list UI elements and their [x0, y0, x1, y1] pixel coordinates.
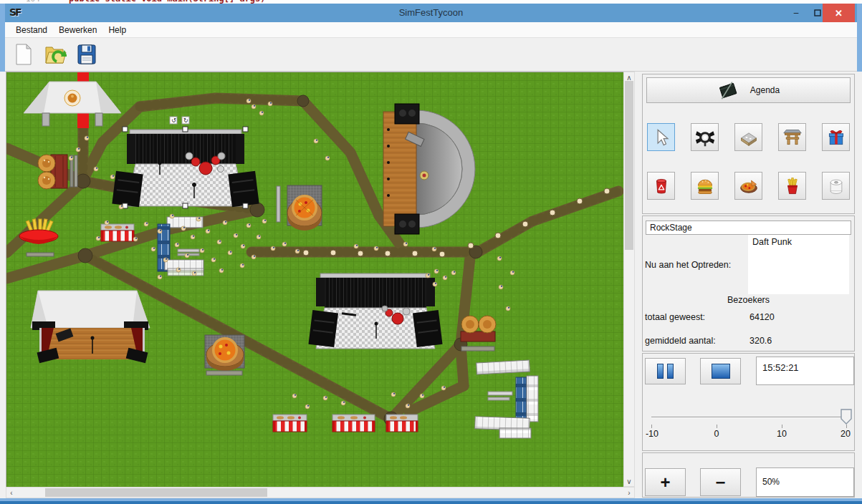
- zoom-out-button[interactable]: −: [700, 468, 741, 496]
- map-horizontal-scrollbar[interactable]: ‹ ›: [6, 487, 635, 498]
- festival-map-canvas[interactable]: ↺ ↻: [6, 72, 623, 487]
- minimize-button[interactable]: –: [785, 4, 807, 22]
- menu-bestand[interactable]: Bestand: [10, 24, 53, 37]
- tool-pizza-button[interactable]: [734, 172, 762, 200]
- svg-text:↺: ↺: [171, 117, 176, 124]
- total-visitors-value: 64120: [750, 312, 775, 322]
- stop-button[interactable]: [700, 358, 741, 384]
- fries-icon: [783, 176, 802, 196]
- svg-text:↻: ↻: [183, 117, 188, 124]
- tent-stage[interactable]: [31, 291, 150, 363]
- total-visitors-label: totaal geweest:: [645, 312, 705, 322]
- window-border-bottom-edge: [0, 501, 862, 504]
- tool-toilet-paper-button[interactable]: [822, 172, 850, 200]
- zoom-controls-group: + − 50%: [642, 452, 855, 498]
- stage-name-input[interactable]: [646, 220, 851, 235]
- stop-icon: [712, 364, 730, 379]
- tools-group: Agenda: [642, 74, 855, 214]
- toolbar: [5, 38, 857, 72]
- slider-tick-10: 10: [777, 429, 787, 439]
- tool-entrance-gate-button[interactable]: [778, 123, 806, 151]
- gift-icon: [826, 127, 846, 147]
- hamburger-icon: [695, 176, 715, 196]
- slider-tick-0: 0: [714, 429, 719, 439]
- average-visitors-value: 320.6: [750, 336, 772, 346]
- menu-help[interactable]: Help: [102, 24, 132, 37]
- menu-bar: Bestand Bewerken Help: [5, 22, 857, 38]
- pause-icon: [657, 364, 664, 379]
- titlebar: SF SimFestTycoon – ✕: [0, 4, 862, 22]
- agenda-button[interactable]: Agenda: [646, 77, 851, 103]
- second-stage[interactable]: [308, 273, 442, 349]
- map-vertical-scrollbar[interactable]: ∧ ∨: [623, 72, 635, 487]
- snack-stand-3[interactable]: [386, 415, 418, 432]
- open-file-button[interactable]: [43, 41, 67, 68]
- now-performing-value: Daft Punk: [748, 235, 849, 294]
- clock-display[interactable]: 15:52:21: [756, 357, 854, 385]
- vertical-scroll-thumb[interactable]: [625, 81, 633, 250]
- speed-slider-track[interactable]: [651, 417, 847, 418]
- maximize-icon: [814, 9, 821, 16]
- scroll-right-icon[interactable]: ›: [624, 488, 634, 498]
- tool-trash-can-button[interactable]: [647, 172, 675, 200]
- average-visitors-label: gemiddeld aantal:: [645, 336, 716, 346]
- snack-stand-1[interactable]: [273, 415, 307, 432]
- entrance-gate-icon: [782, 127, 803, 147]
- spotlight-icon: [695, 127, 715, 147]
- scroll-left-icon[interactable]: ‹: [6, 488, 16, 498]
- close-button[interactable]: ✕: [823, 4, 855, 22]
- screen: 104 public static void main(String[] arg…: [0, 0, 862, 504]
- snack-stand-top[interactable]: [101, 224, 134, 241]
- zoom-in-button[interactable]: +: [645, 468, 686, 496]
- scroll-down-icon[interactable]: ∨: [624, 476, 634, 486]
- map-viewport: ↺ ↻: [6, 72, 623, 487]
- now-performing-label: Nu aan het Optreden:: [645, 260, 731, 270]
- time-controls-group: 15:52:21 -10 0 10 20: [642, 353, 855, 451]
- menu-bewerken[interactable]: Bewerken: [53, 24, 102, 37]
- stage-info-group: Daft Punk Nu aan het Optreden: Bezoekers…: [642, 215, 855, 352]
- window-title: SimFestTycoon: [0, 7, 862, 18]
- tool-road-button[interactable]: [734, 123, 762, 151]
- tool-hamburger-button[interactable]: [691, 172, 719, 200]
- tool-gift-button[interactable]: [822, 123, 850, 151]
- cursor-icon: [652, 128, 671, 147]
- tool-cursor-button[interactable]: [647, 123, 675, 151]
- tool-fries-button[interactable]: [778, 172, 806, 200]
- grass-field[interactable]: [6, 72, 623, 487]
- main-area: ↺ ↻: [0, 72, 862, 498]
- trash-can-icon: [652, 176, 671, 196]
- toilet-paper-icon: [826, 176, 846, 196]
- slider-tick-20: 20: [841, 429, 851, 439]
- open-folder-icon: [44, 43, 67, 66]
- pause-button[interactable]: [645, 358, 686, 384]
- agenda-notebook-icon: [717, 81, 739, 100]
- save-file-button[interactable]: [75, 41, 99, 68]
- speed-slider-thumb[interactable]: [840, 408, 853, 425]
- slider-tick-minus10: -10: [646, 429, 659, 439]
- new-file-icon: [14, 43, 33, 66]
- road-tile-icon: [739, 127, 759, 147]
- horizontal-scroll-thumb[interactable]: [45, 488, 267, 497]
- visitors-header: Bezoekers: [643, 295, 854, 305]
- new-file-button[interactable]: [11, 41, 36, 68]
- zoom-level-field[interactable]: 50%: [756, 467, 854, 497]
- agenda-label: Agenda: [750, 85, 780, 95]
- tool-spotlight-button[interactable]: [691, 123, 719, 151]
- main-stage[interactable]: ↺ ↻: [112, 117, 259, 208]
- save-floppy-icon: [76, 43, 97, 66]
- snack-stand-2[interactable]: [332, 415, 375, 432]
- pizza-icon: [739, 176, 759, 196]
